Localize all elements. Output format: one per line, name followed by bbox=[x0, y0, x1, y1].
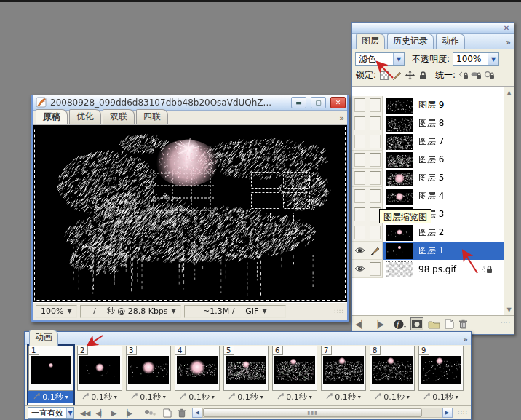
frame-thumbnail[interactable] bbox=[274, 356, 315, 384]
layer-row-6[interactable]: 图层 4 bbox=[352, 187, 504, 205]
animation-frame-9[interactable]: 90.1秒▾ bbox=[418, 346, 464, 406]
chevron-down-icon[interactable]: ▼ bbox=[172, 308, 176, 314]
chevron-down-icon[interactable]: ▾ bbox=[407, 394, 410, 400]
layer-row-2[interactable]: 图层 8 bbox=[352, 114, 504, 132]
tab-optimized[interactable]: 优化 bbox=[69, 109, 101, 124]
visibility-toggle[interactable] bbox=[352, 205, 367, 223]
panel-menu-icon[interactable]: » bbox=[463, 335, 467, 344]
chevron-down-icon[interactable]: ▾ bbox=[260, 394, 263, 400]
panel-menu-icon[interactable]: » bbox=[506, 38, 510, 47]
resize-grip-icon[interactable]: ∷∷ bbox=[501, 320, 511, 328]
paint-indicator-cell[interactable] bbox=[367, 260, 383, 278]
canvas-artwork[interactable] bbox=[33, 125, 347, 302]
visibility-toggle[interactable] bbox=[352, 151, 367, 169]
paint-indicator-cell[interactable] bbox=[367, 114, 383, 132]
visibility-toggle[interactable] bbox=[352, 260, 367, 278]
frame-card[interactable]: 5 bbox=[223, 346, 269, 391]
frame-thumbnail[interactable] bbox=[226, 356, 266, 384]
frame-delay-select[interactable]: 0.1秒▾ bbox=[126, 391, 171, 403]
paint-indicator-cell[interactable] bbox=[367, 242, 383, 260]
tab-animation[interactable]: 动画 bbox=[29, 330, 58, 346]
trash-icon[interactable] bbox=[178, 406, 186, 419]
frame-thumbnail[interactable] bbox=[31, 356, 71, 384]
frame-card[interactable]: 6 bbox=[272, 346, 317, 391]
scroll-right-icon[interactable]: ▶ bbox=[442, 408, 453, 418]
animation-frame-3[interactable]: 30.1秒▾ bbox=[126, 346, 171, 406]
frame-delay-select[interactable]: 0.1秒▾ bbox=[223, 391, 269, 403]
tab-actions[interactable]: 动作 bbox=[436, 33, 465, 49]
frame-card[interactable]: 9 bbox=[418, 346, 464, 391]
document-canvas-area[interactable] bbox=[33, 125, 347, 302]
chevron-down-icon[interactable]: ▼ bbox=[262, 308, 266, 314]
frame-thumbnail[interactable] bbox=[128, 356, 169, 384]
disposal-method-icon[interactable] bbox=[180, 392, 186, 402]
layer-row-10[interactable]: 98 ps.gif bbox=[352, 260, 504, 278]
layer-style-icon[interactable]: f bbox=[394, 317, 406, 330]
frame-card[interactable]: 8 bbox=[370, 346, 415, 391]
animation-frame-5[interactable]: 50.1秒▾ bbox=[223, 346, 269, 406]
visibility-toggle[interactable] bbox=[352, 132, 367, 151]
animation-frame-4[interactable]: 40.1秒▾ bbox=[175, 346, 220, 406]
layer-name[interactable]: 图层 9 bbox=[418, 99, 444, 111]
layer-name[interactable]: 图层 6 bbox=[418, 154, 444, 166]
animation-scrollbar[interactable]: ◀ ▮▮▮ ▶ bbox=[192, 408, 453, 418]
lock-position-icon[interactable] bbox=[405, 70, 415, 81]
paint-indicator-cell[interactable] bbox=[367, 223, 383, 242]
previous-frame-button[interactable]: ◀▏ bbox=[95, 409, 105, 417]
visibility-toggle[interactable] bbox=[352, 114, 367, 132]
layer-name[interactable]: 图层 7 bbox=[418, 135, 444, 148]
layer-thumbnail[interactable] bbox=[386, 116, 413, 132]
download-time-select[interactable]: -- / -- 秒 @ 28.8 Kbps ▼ bbox=[80, 305, 181, 318]
layer-name[interactable]: 图层 8 bbox=[418, 117, 444, 130]
chevron-down-icon[interactable]: ▾ bbox=[358, 394, 361, 400]
trash-icon[interactable] bbox=[458, 317, 468, 330]
disposal-method-icon[interactable] bbox=[33, 392, 40, 402]
layer-name[interactable]: 图层 4 bbox=[418, 190, 444, 202]
frame-delay-select[interactable]: 0.1秒▾ bbox=[272, 391, 317, 403]
animation-frame-1[interactable]: 10.1秒▾ bbox=[28, 346, 73, 406]
resize-grip-icon[interactable]: ∷∷ bbox=[458, 409, 468, 416]
visibility-toggle[interactable] bbox=[352, 242, 367, 260]
frame-thumbnail[interactable] bbox=[323, 356, 364, 384]
scroll-left-icon[interactable]: ◀ bbox=[192, 408, 202, 418]
visibility-toggle[interactable] bbox=[352, 96, 367, 114]
next-frame-button[interactable]: ▕▶ bbox=[122, 409, 131, 417]
animation-frame-2[interactable]: 20.1秒▾ bbox=[77, 346, 122, 406]
chevron-down-icon[interactable]: ▼ bbox=[67, 308, 71, 314]
disposal-method-icon[interactable] bbox=[277, 392, 284, 402]
tab-history[interactable]: 历史记录 bbox=[387, 33, 434, 49]
tween-icon[interactable] bbox=[144, 406, 157, 419]
new-layer-icon[interactable] bbox=[445, 317, 454, 330]
animation-frame-6[interactable]: 60.1秒▾ bbox=[272, 346, 317, 406]
play-button[interactable]: ▶ bbox=[111, 409, 116, 417]
layer-thumbnail[interactable] bbox=[386, 243, 413, 259]
layer-name[interactable]: 图层 2 bbox=[418, 226, 444, 239]
unify-visibility-icon[interactable] bbox=[471, 70, 482, 81]
previous-frame-button[interactable]: ◀▏ bbox=[355, 317, 367, 330]
frame-card[interactable]: 1 bbox=[28, 346, 73, 391]
frame-delay-select[interactable]: 0.1秒▾ bbox=[321, 391, 366, 403]
chevron-down-icon[interactable]: ▾ bbox=[65, 394, 68, 400]
layer-thumbnail[interactable] bbox=[386, 152, 413, 168]
new-frame-icon[interactable] bbox=[163, 406, 172, 419]
animation-frame-8[interactable]: 80.1秒▾ bbox=[370, 346, 415, 406]
frame-thumbnail[interactable] bbox=[372, 356, 413, 384]
scroll-up-icon[interactable]: ▲ bbox=[504, 90, 514, 96]
frame-thumbnail[interactable] bbox=[79, 356, 120, 384]
disposal-method-icon[interactable] bbox=[375, 392, 381, 402]
frame-delay-select[interactable]: 0.1秒▾ bbox=[28, 391, 73, 403]
tab-4up[interactable]: 四联 bbox=[136, 109, 168, 124]
loop-count-select[interactable]: 一直有效 ▼ bbox=[28, 407, 74, 419]
tab-overflow-icon[interactable]: » bbox=[339, 114, 343, 123]
frame-delay-select[interactable]: 0.1秒▾ bbox=[418, 391, 464, 403]
layer-thumbnail[interactable] bbox=[386, 189, 413, 205]
paint-indicator-cell[interactable] bbox=[367, 169, 383, 187]
document-titlebar[interactable]: 20080928_099dd6d83107dbb48b20OsaVdUQhZ..… bbox=[33, 95, 347, 111]
layer-name[interactable]: 图层 1 bbox=[418, 245, 444, 257]
chevron-down-icon[interactable]: ▼ bbox=[393, 53, 404, 65]
disposal-method-icon[interactable] bbox=[423, 392, 430, 402]
layer-row-1[interactable]: 图层 9 bbox=[352, 96, 504, 114]
frame-delay-select[interactable]: 0.1秒▾ bbox=[175, 391, 220, 403]
layers-palette-titlebar[interactable]: ✕ bbox=[352, 23, 514, 34]
resize-grip-icon[interactable]: ∷∷ bbox=[335, 308, 344, 315]
